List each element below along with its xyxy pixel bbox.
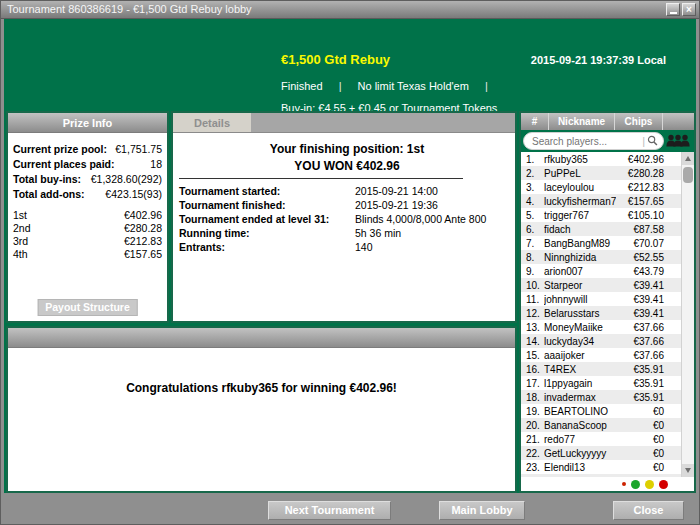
separator: | bbox=[485, 80, 488, 92]
player-row[interactable]: 6. fidach €87.58 bbox=[521, 222, 681, 236]
player-chips: €0 bbox=[616, 406, 664, 417]
player-rank: 14. bbox=[521, 336, 544, 347]
arrow-down-icon bbox=[685, 468, 691, 473]
player-chips: €35.91 bbox=[616, 392, 664, 403]
detail-label: Tournament finished: bbox=[179, 199, 355, 211]
details-panel: Details Your finishing position: 1st YOU… bbox=[171, 111, 517, 323]
status-dot-outline-icon bbox=[622, 482, 626, 486]
player-nickname: BangBangM89 bbox=[544, 238, 616, 249]
player-chips: €212.83 bbox=[616, 182, 664, 193]
player-row[interactable]: 10. Starpeor €39.41 bbox=[521, 278, 681, 292]
player-row[interactable]: 8. Ninnghizida €52.55 bbox=[521, 250, 681, 264]
player-row[interactable]: 23. Elendil13 €0 bbox=[521, 460, 681, 474]
status-dot-red-icon bbox=[659, 480, 668, 489]
player-row[interactable]: 18. invadermax €35.91 bbox=[521, 390, 681, 404]
player-row[interactable]: 2. PuPPeL €280.28 bbox=[521, 166, 681, 180]
player-row[interactable]: 13. MoneyMaiike €37.66 bbox=[521, 320, 681, 334]
prize-stat-row: Current prize pool: €1,751.75 bbox=[13, 141, 162, 156]
player-nickname: Belarusstars bbox=[544, 308, 616, 319]
title-bar: Tournament 860386619 - €1,500 Gtd Rebuy … bbox=[1, 1, 699, 19]
stat-value: 18 bbox=[150, 158, 162, 170]
detail-label: Tournament ended at level 31: bbox=[179, 213, 355, 225]
player-nickname: redo77 bbox=[544, 434, 616, 445]
payout-amount: €280.28 bbox=[124, 222, 162, 234]
main-lobby-button[interactable]: Main Lobby bbox=[439, 501, 525, 520]
player-row[interactable]: 15. aaaijoker €37.66 bbox=[521, 348, 681, 362]
game-type: No limit Texas Hold'em bbox=[358, 80, 469, 92]
search-players-input[interactable] bbox=[532, 136, 642, 147]
payout-place: 4th bbox=[13, 248, 28, 260]
congratulations-message: Congratulations rfkuby365 for winning €4… bbox=[8, 381, 515, 395]
player-row[interactable]: 17. l1ppyagain €35.91 bbox=[521, 376, 681, 390]
player-row[interactable]: 21. redo77 €0 bbox=[521, 432, 681, 446]
player-nickname: T4REX bbox=[544, 364, 616, 375]
player-nickname: arion007 bbox=[544, 266, 616, 277]
player-row[interactable]: 3. laceyloulou €212.83 bbox=[521, 180, 681, 194]
player-row[interactable]: 11. johnnywill €39.41 bbox=[521, 292, 681, 306]
player-nickname: GetLuckyyyyy bbox=[544, 448, 616, 459]
player-nickname: trigger767 bbox=[544, 210, 616, 221]
window-title: Tournament 860386619 - €1,500 Gtd Rebuy … bbox=[7, 1, 252, 18]
tab-details[interactable]: Details bbox=[173, 113, 251, 132]
players-group-icon[interactable] bbox=[665, 133, 691, 149]
player-row[interactable]: 9. arion007 €43.79 bbox=[521, 264, 681, 278]
player-chips: €402.96 bbox=[616, 154, 664, 165]
player-chips: €37.66 bbox=[616, 336, 664, 347]
column-header-chips[interactable]: Chips bbox=[615, 113, 663, 130]
player-rank: 6. bbox=[521, 224, 544, 235]
player-row[interactable]: 5. trigger767 €105.10 bbox=[521, 208, 681, 222]
player-rank: 3. bbox=[521, 182, 544, 193]
detail-label: Entrants: bbox=[179, 241, 355, 253]
divider bbox=[179, 178, 463, 179]
payout-row: 1st €402.96 bbox=[13, 208, 162, 221]
close-window-button[interactable]: × bbox=[682, 3, 696, 16]
detail-label: Running time: bbox=[179, 227, 355, 239]
player-chips: €37.66 bbox=[616, 322, 664, 333]
payout-row: 4th €157.65 bbox=[13, 247, 162, 260]
player-row[interactable]: 1. rfkuby365 €402.96 bbox=[521, 152, 681, 166]
detail-value: Blinds 4,000/8,000 Ante 800 bbox=[355, 213, 486, 225]
player-row[interactable]: 14. luckyday34 €37.66 bbox=[521, 334, 681, 348]
congratulations-panel-header bbox=[8, 328, 515, 348]
player-rank: 15. bbox=[521, 350, 544, 361]
player-nickname: Elendil13 bbox=[544, 462, 616, 473]
player-rank: 12. bbox=[521, 308, 544, 319]
player-row[interactable]: 7. BangBangM89 €70.07 bbox=[521, 236, 681, 250]
player-nickname: laceyloulou bbox=[544, 182, 616, 193]
player-row[interactable]: 16. T4REX €35.91 bbox=[521, 362, 681, 376]
player-chips: €43.79 bbox=[616, 266, 664, 277]
scrollbar-thumb[interactable] bbox=[683, 167, 693, 183]
player-row[interactable]: 12. Belarusstars €39.41 bbox=[521, 306, 681, 320]
congratulations-panel: Congratulations rfkuby365 for winning €4… bbox=[6, 326, 517, 493]
payout-structure-button[interactable]: Payout Structure bbox=[37, 299, 138, 316]
footer-bar: Next Tournament Main Lobby Close bbox=[4, 493, 696, 525]
player-chips: €157.65 bbox=[616, 196, 664, 207]
search-box[interactable]: | bbox=[523, 132, 664, 150]
players-scrollbar[interactable] bbox=[681, 152, 694, 477]
detail-value: 2015-09-21 19:36 bbox=[355, 199, 438, 211]
column-header-rank[interactable]: # bbox=[521, 113, 549, 130]
separator: | bbox=[339, 80, 342, 92]
close-button[interactable]: Close bbox=[613, 501, 684, 520]
payout-amount: €157.65 bbox=[124, 248, 162, 260]
player-row[interactable]: 19. BEARTOLINO €0 bbox=[521, 404, 681, 418]
next-tournament-button[interactable]: Next Tournament bbox=[268, 501, 391, 520]
player-nickname: BananaScoop bbox=[544, 420, 616, 431]
payout-row: 2nd €280.28 bbox=[13, 221, 162, 234]
window-controls: × bbox=[666, 3, 696, 16]
minimize-button[interactable] bbox=[666, 3, 680, 16]
player-nickname: Ninnghizida bbox=[544, 252, 616, 263]
column-header-nickname[interactable]: Nickname bbox=[549, 113, 615, 130]
search-icon bbox=[647, 132, 658, 150]
player-rank: 19. bbox=[521, 406, 544, 417]
details-content: Your finishing position: 1st YOU WON €40… bbox=[173, 133, 515, 254]
scroll-down-button[interactable] bbox=[682, 464, 694, 477]
stat-label: Total add-ons: bbox=[13, 188, 85, 200]
player-row[interactable]: 4. luckyfisherman77 €157.65 bbox=[521, 194, 681, 208]
player-row[interactable]: 20. BananaScoop €0 bbox=[521, 418, 681, 432]
player-row[interactable]: 22. GetLuckyyyyy €0 bbox=[521, 446, 681, 460]
scroll-up-button[interactable] bbox=[682, 152, 694, 165]
finishing-position: Your finishing position: 1st bbox=[179, 142, 515, 156]
player-nickname: PuPPeL bbox=[544, 168, 616, 179]
status-dot-yellow-icon bbox=[645, 480, 654, 489]
